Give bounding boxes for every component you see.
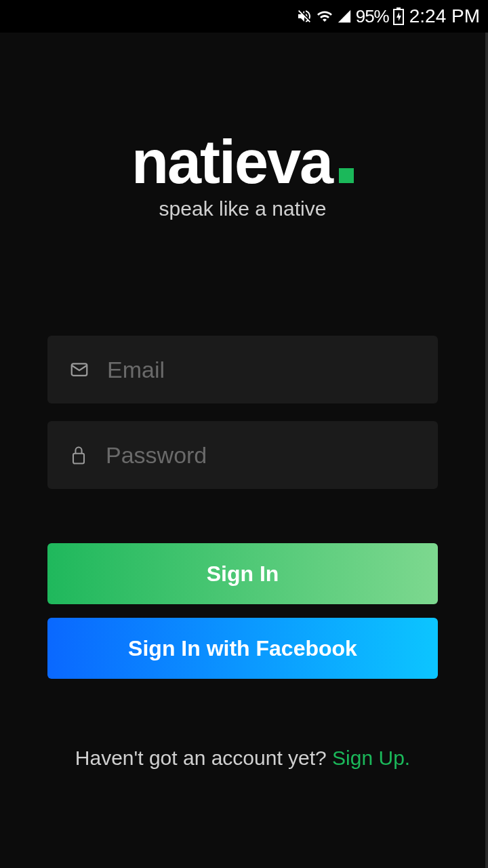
svg-rect-3 (73, 454, 84, 464)
button-section: Sign In Sign In with Facebook (47, 543, 438, 679)
login-screen: natieva speak like a native (0, 33, 488, 868)
wifi-icon (317, 8, 333, 24)
signup-prompt: Haven't got an account yet? Sign Up. (75, 747, 410, 770)
svg-rect-1 (396, 7, 401, 9)
login-form (47, 336, 438, 489)
logo-text: natieva (131, 127, 332, 197)
lock-icon (69, 444, 88, 466)
logo-dot-icon (339, 168, 354, 183)
status-icons: 95% 2:24 PM (296, 5, 480, 27)
battery-charging-icon (393, 7, 404, 25)
status-time: 2:24 PM (409, 5, 480, 27)
password-field[interactable] (106, 442, 416, 469)
app-logo: natieva (131, 127, 354, 197)
logo-section: natieva speak like a native (131, 127, 354, 220)
email-icon (69, 359, 89, 380)
signup-link[interactable]: Sign Up. (332, 747, 410, 769)
email-field[interactable] (107, 357, 416, 383)
battery-percent: 95% (356, 6, 389, 27)
password-input-wrap[interactable] (47, 421, 438, 489)
tagline: speak like a native (131, 197, 354, 220)
signin-button[interactable]: Sign In (47, 543, 438, 604)
facebook-signin-button[interactable]: Sign In with Facebook (47, 618, 438, 679)
signup-prompt-text: Haven't got an account yet? (75, 747, 332, 769)
status-bar: 95% 2:24 PM (0, 0, 488, 33)
email-input-wrap[interactable] (47, 336, 438, 403)
mute-icon (296, 8, 312, 24)
signal-icon (337, 9, 352, 24)
